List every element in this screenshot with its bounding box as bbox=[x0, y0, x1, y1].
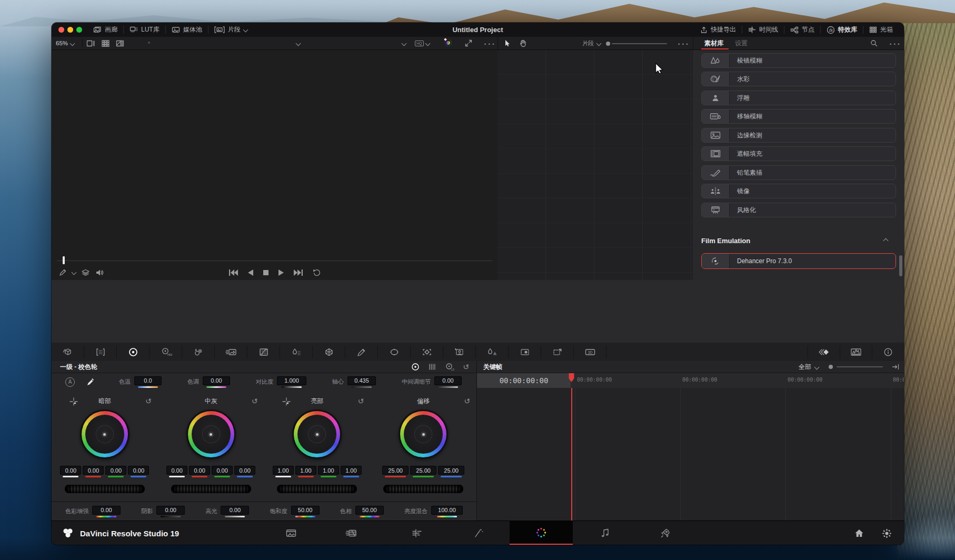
gamma-reset-icon[interactable] bbox=[252, 397, 258, 405]
color-page-button-active[interactable] bbox=[510, 521, 573, 545]
timeline-playhead-line[interactable] bbox=[571, 388, 572, 521]
gamma-red-value[interactable]: 0.00 bbox=[189, 466, 210, 475]
offset-green-value[interactable]: 25.00 bbox=[410, 466, 436, 475]
keyframes-filter-select[interactable]: 全部 bbox=[799, 363, 811, 372]
viewer-zoom-select[interactable]: 65% bbox=[56, 37, 74, 49]
minimize-window-button[interactable] bbox=[67, 27, 73, 33]
param-lum-mix[interactable]: 亮度混合 100.00 bbox=[404, 506, 463, 517]
effect-item-emboss[interactable]: 浮雕 bbox=[701, 91, 896, 105]
param-value[interactable]: 0.00 bbox=[92, 506, 121, 515]
film-emulation-section-header[interactable]: Film Emulation bbox=[701, 235, 895, 246]
offset-reset-icon[interactable] bbox=[464, 397, 470, 405]
camera-raw-tool[interactable] bbox=[52, 346, 84, 358]
lift-red-value[interactable]: 0.00 bbox=[83, 466, 104, 475]
gain-red-value[interactable]: 1.00 bbox=[295, 466, 316, 475]
enhanced-viewer-icon[interactable] bbox=[445, 39, 452, 46]
lift-reset-icon[interactable] bbox=[145, 397, 152, 405]
effect-item-tilt-shift[interactable]: 移轴模糊 bbox=[701, 109, 896, 124]
timeline-playhead-flag[interactable] bbox=[568, 373, 575, 383]
param-color-boost[interactable]: 色彩增强 0.00 bbox=[65, 506, 121, 517]
param-value[interactable]: 50.00 bbox=[355, 506, 384, 515]
effect-item-mirror[interactable]: 镜像 bbox=[701, 184, 896, 198]
color-wheels-tool-active[interactable] bbox=[117, 346, 150, 358]
param-value[interactable]: 0.0 bbox=[134, 376, 162, 385]
go-to-last-frame-button[interactable] bbox=[293, 269, 304, 276]
search-icon[interactable] bbox=[870, 39, 878, 47]
offset-blue-value[interactable]: 25.00 bbox=[438, 466, 464, 475]
effect-item-pencil-sketch[interactable]: 铅笔素描 bbox=[701, 165, 896, 180]
gamma-green-value[interactable]: 0.00 bbox=[212, 466, 233, 475]
param-value[interactable]: 100.00 bbox=[431, 506, 463, 515]
power-window-tool[interactable] bbox=[378, 346, 411, 358]
effect-item-watercolor[interactable]: 水彩 bbox=[701, 72, 896, 86]
cut-page-button[interactable] bbox=[337, 521, 366, 545]
clip-viewer[interactable] bbox=[52, 50, 498, 280]
blur-tool[interactable] bbox=[476, 346, 509, 358]
gain-blue-value[interactable]: 1.00 bbox=[341, 466, 362, 475]
offset-red-value[interactable]: 25.00 bbox=[382, 466, 409, 475]
param-contrast[interactable]: 对比度 1.000 bbox=[256, 376, 306, 388]
param-temperature[interactable]: 色温 0.0 bbox=[119, 376, 162, 388]
expand-keyframe-panel-icon[interactable] bbox=[892, 364, 899, 370]
shot-match-tool[interactable] bbox=[215, 346, 247, 358]
gain-master-value[interactable]: 1.00 bbox=[273, 466, 294, 475]
split-view-icon[interactable] bbox=[116, 40, 124, 47]
gain-green-value[interactable]: 1.00 bbox=[318, 466, 339, 475]
gamma-master-value[interactable]: 0.00 bbox=[166, 466, 187, 475]
viewer-playhead[interactable] bbox=[63, 256, 65, 264]
collapse-section-icon[interactable] bbox=[883, 238, 889, 243]
param-saturation[interactable]: 饱和度 50.00 bbox=[270, 506, 320, 517]
key-tool[interactable] bbox=[509, 346, 541, 358]
curves-tool[interactable] bbox=[247, 346, 280, 358]
gamma-blue-value[interactable]: 0.00 bbox=[234, 466, 255, 475]
lightbox-button[interactable]: 光箱 bbox=[863, 23, 899, 37]
stop-button[interactable] bbox=[263, 269, 269, 276]
param-value[interactable]: 50.00 bbox=[291, 506, 320, 515]
keyframe-tracks-area[interactable] bbox=[476, 388, 904, 521]
eyedropper-tool[interactable] bbox=[345, 346, 378, 358]
keyframe-zoom-slider-handle[interactable] bbox=[829, 365, 833, 369]
fusion-page-button[interactable] bbox=[464, 521, 493, 545]
stereo-3d-tool[interactable]: 3D bbox=[574, 346, 606, 358]
effects-scrollbar[interactable] bbox=[899, 255, 902, 276]
viewer-scrubber-track[interactable] bbox=[57, 261, 492, 261]
media-pool-button[interactable]: 媒体池 bbox=[166, 23, 208, 37]
color-warper-tool[interactable] bbox=[313, 346, 345, 358]
param-hue[interactable]: 色相 50.00 bbox=[340, 506, 384, 517]
primaries-bars-mode-icon[interactable] bbox=[428, 363, 436, 371]
fairlight-page-button[interactable] bbox=[591, 521, 620, 545]
param-shadows[interactable]: 阴影 0.00 bbox=[141, 506, 185, 517]
tab-media-library[interactable]: 素材库 bbox=[704, 37, 723, 49]
tracker-tool[interactable] bbox=[411, 346, 443, 358]
log-wheels-mode-icon[interactable]: LOG bbox=[445, 363, 454, 371]
edit-page-button[interactable] bbox=[402, 521, 432, 545]
qualifier-tool[interactable] bbox=[280, 346, 313, 358]
play-reverse-button[interactable] bbox=[247, 269, 254, 276]
project-settings-gear-button[interactable] bbox=[876, 521, 897, 545]
close-window-button[interactable] bbox=[58, 27, 64, 33]
clip-selector-button[interactable]: 片段 bbox=[208, 23, 253, 37]
lift-master-value[interactable]: 0.00 bbox=[60, 466, 81, 475]
lift-color-wheel[interactable] bbox=[80, 409, 130, 459]
gain-reset-icon[interactable] bbox=[358, 397, 364, 405]
param-midtone-detail[interactable]: 中间调细节 0.00 bbox=[402, 376, 462, 388]
deliver-page-button[interactable] bbox=[651, 521, 680, 545]
palette-reset-icon[interactable] bbox=[463, 362, 469, 372]
param-value[interactable]: 1.000 bbox=[277, 376, 306, 385]
param-value[interactable]: 0.00 bbox=[156, 506, 185, 515]
param-pivot[interactable]: 轴心 0.435 bbox=[332, 376, 376, 388]
hand-tool-icon[interactable] bbox=[519, 39, 527, 47]
lift-master-wheel[interactable] bbox=[65, 485, 145, 493]
info-panel-toggle[interactable] bbox=[872, 346, 904, 358]
gain-custom-target-icon[interactable] bbox=[282, 397, 291, 406]
lift-green-value[interactable]: 0.00 bbox=[105, 466, 126, 475]
clip-area-options-menu[interactable] bbox=[678, 41, 688, 47]
play-forward-button[interactable] bbox=[277, 269, 285, 276]
tab-settings[interactable]: 设置 bbox=[735, 37, 748, 49]
lut-browser-button[interactable]: LUT库 bbox=[124, 23, 165, 37]
nodes-button[interactable]: 节点 bbox=[784, 23, 820, 37]
thumb-size-slider-track[interactable] bbox=[612, 43, 667, 44]
effect-item-dehancer-selected[interactable]: Dehancer Pro 7.3.0 bbox=[701, 253, 896, 269]
auto-balance-button[interactable]: A bbox=[65, 377, 75, 387]
magic-mask-tool[interactable] bbox=[443, 346, 476, 358]
